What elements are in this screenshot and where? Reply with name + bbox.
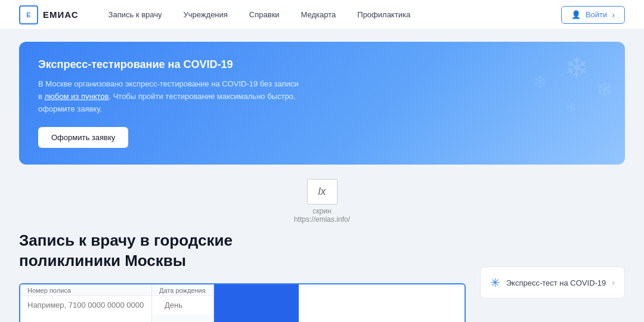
snowflake-icon-2: ❄ (596, 78, 613, 101)
banner-text: В Москве организовано экспресс-тестирова… (38, 78, 299, 115)
appointment-form: Номер полиса Дата рождения (19, 283, 466, 322)
dob-label: Дата рождения (152, 284, 213, 296)
day-field: Дата рождения (152, 284, 213, 314)
nav-item-institutions[interactable]: Учреждения (173, 0, 239, 30)
form-section: Запись к врачу в городские поликлиники М… (19, 231, 625, 322)
logo-icon: E (19, 5, 38, 24)
header: E ЕМИАС Запись к врачу Учреждения Справк… (0, 0, 644, 30)
form-title: Запись к врачу в городские поликлиники М… (19, 231, 466, 271)
submit-button[interactable]: Записаться (214, 284, 299, 322)
user-icon: 👤 (571, 10, 581, 19)
logo-text: ЕМИАС (43, 10, 79, 20)
policy-field-group: Номер полиса (20, 284, 152, 322)
day-input[interactable] (152, 296, 195, 314)
watermark-area: lx скрин https://emias.info/ (19, 179, 625, 224)
nav-item-appointment[interactable]: Запись к врачу (98, 0, 173, 30)
snowflake-icon-3: ❄ (532, 72, 547, 92)
covid-card-label: Экспресс-тест на COVID-19 (506, 278, 606, 287)
banner-link[interactable]: любом из пунктов (45, 92, 109, 101)
snowflake-icon-1: ❄ (564, 51, 589, 85)
nav-item-prevention[interactable]: Профилактика (346, 0, 421, 30)
chevron-right-icon: › (612, 278, 615, 287)
month-label-spacer (152, 314, 213, 322)
covid-express-card[interactable]: ✳ Экспресс-тест на COVID-19 › (480, 267, 625, 299)
nav-item-references[interactable]: Справки (239, 0, 290, 30)
watermark-caption: скрин https://emias.info/ (294, 207, 350, 224)
main-nav: Запись к врачу Учреждения Справки Медкар… (98, 0, 561, 30)
banner-content: Экспресс-тестирование на COVID-19 В Моск… (38, 58, 299, 148)
snowflake-icon-4: ❄ (565, 98, 577, 116)
covid-banner: Экспресс-тестирование на COVID-19 В Моск… (19, 42, 625, 165)
policy-input[interactable] (20, 296, 151, 314)
banner-title: Экспресс-тестирование на COVID-19 (38, 58, 299, 71)
banner-button[interactable]: Оформить заявку (38, 127, 128, 148)
nav-item-medcard[interactable]: Медкарта (290, 0, 347, 30)
dob-field-group: Дата рождения (152, 284, 214, 322)
banner-decorations: ❄ ❄ ❄ ❄ (446, 42, 625, 165)
policy-label: Номер полиса (20, 284, 151, 296)
login-button[interactable]: 👤 Войти › (561, 6, 625, 24)
main-content: Экспресс-тестирование на COVID-19 В Моск… (0, 30, 644, 322)
virus-icon: ✳ (490, 275, 500, 290)
login-label: Войти (586, 10, 607, 19)
chevron-right-icon: › (612, 10, 615, 20)
watermark-box: lx (307, 179, 338, 205)
logo[interactable]: E ЕМИАС (19, 5, 79, 24)
form-left: Запись к врачу в городские поликлиники М… (19, 231, 466, 322)
month-field (152, 314, 213, 322)
